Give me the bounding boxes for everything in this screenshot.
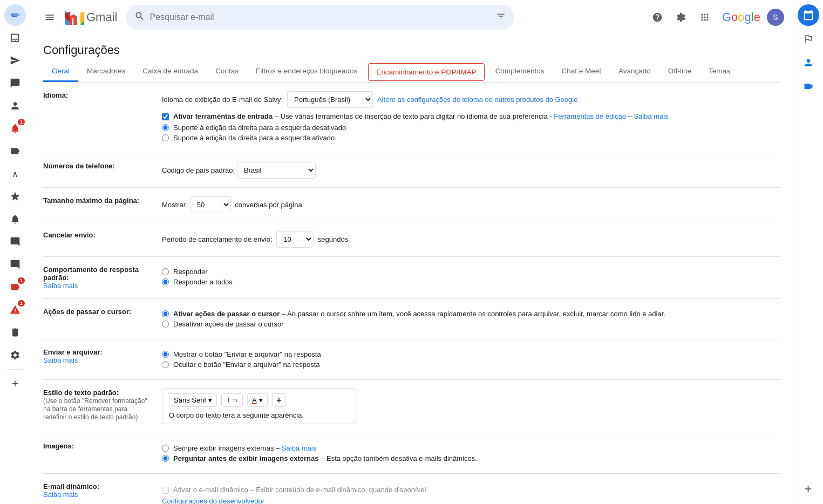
font-family-button[interactable]: Sans Serif ▾ — [169, 393, 217, 407]
display-label: Idioma de exibição do E-mail de Salvy: — [162, 96, 283, 104]
snoozed-icon[interactable] — [4, 208, 26, 230]
tamanho-label: Tamanho máximo da página: — [43, 188, 162, 222]
edit-tools-link[interactable]: Ferramentas de edição — [554, 112, 626, 120]
responder-radio[interactable] — [162, 268, 169, 275]
send-icon[interactable] — [4, 50, 26, 71]
size-chevron-icon: ↑↓ — [233, 397, 238, 403]
tab-chat[interactable]: Chat e Meet — [553, 62, 610, 82]
enviar-learn-more[interactable]: Saiba mais — [43, 356, 149, 364]
tab-caixa[interactable]: Caixa de entrada — [134, 62, 207, 82]
hamburger-button[interactable] — [39, 6, 60, 28]
contacts-icon[interactable] — [4, 95, 26, 117]
resposta-label: Comportamento de resposta padrão: Saiba … — [43, 257, 162, 299]
rtl-enabled-radio[interactable] — [162, 134, 169, 141]
search-filter-icon[interactable] — [496, 11, 506, 24]
spam-icon[interactable]: 1 — [4, 299, 26, 321]
tamanho-value: Mostrar 10 25 50 100 conversas por págin… — [162, 188, 780, 222]
important-icon[interactable]: 1 — [4, 276, 26, 298]
hide-archive-label: Ocultar o botão "Enviar e arquivar" na r… — [173, 360, 320, 369]
hide-archive-radio[interactable] — [162, 361, 169, 368]
sidebar-divider — [7, 369, 23, 370]
images-learn-more[interactable]: Saiba mais — [282, 444, 316, 452]
always-show-images-radio[interactable] — [162, 445, 169, 452]
add-apps-icon[interactable]: + — [798, 478, 819, 500]
help-button[interactable] — [647, 6, 668, 28]
starred-icon[interactable] — [4, 186, 26, 207]
telefone-label: Números de telefone: — [43, 153, 162, 188]
font-size-button[interactable]: T ↑↓ — [221, 393, 243, 407]
email-dinamico-learn-more[interactable]: Saiba mais — [43, 491, 149, 499]
cursor-disable-radio[interactable] — [162, 321, 169, 328]
resposta-value: Responder Responder a todos — [162, 257, 780, 299]
sent2-icon[interactable] — [4, 231, 26, 253]
responder-todos-row: Responder a todos — [162, 278, 771, 286]
remove-format-button[interactable]: T̶ — [272, 393, 286, 407]
ask-show-images-row: Perguntar antes de exibir imagens extern… — [162, 454, 771, 462]
learn-more-link[interactable]: Saiba mais — [634, 112, 668, 120]
chat-icon[interactable] — [4, 254, 26, 275]
tab-contas[interactable]: Contas — [207, 62, 247, 82]
enviar-value: Mostrar o botão "Enviar e arquivar" na r… — [162, 339, 780, 380]
contacts2-icon[interactable] — [798, 52, 819, 73]
tab-encaminhamento[interactable]: Encaminhamento e POP/IMAP — [368, 63, 484, 81]
settings-button[interactable] — [670, 6, 692, 28]
tab-complementos[interactable]: Complementos — [487, 62, 553, 82]
tab-temas[interactable]: Temas — [700, 62, 739, 82]
tab-filtros[interactable]: Filtros e endereços bloqueados — [247, 62, 366, 82]
tasks-icon[interactable] — [798, 28, 819, 50]
dynamic-email-checkbox[interactable] — [162, 487, 169, 494]
responder-todos-radio[interactable] — [162, 278, 169, 285]
tamanho-suffix: conversas por página — [235, 201, 302, 209]
input-tools-checkbox[interactable] — [162, 113, 169, 120]
rtl-disabled-radio[interactable] — [162, 124, 169, 131]
page-size-select[interactable]: 10 25 50 100 — [190, 196, 231, 213]
tab-geral[interactable]: Geral — [43, 62, 78, 82]
avatar[interactable]: S — [767, 9, 784, 26]
calendar-icon[interactable] — [798, 4, 819, 26]
add-label-icon[interactable]: + — [4, 373, 26, 394]
trash-icon[interactable] — [4, 322, 26, 343]
inbox-icon[interactable] — [4, 27, 26, 49]
ask-show-images-radio[interactable] — [162, 455, 169, 462]
resposta-learn-more[interactable]: Saiba mais — [43, 282, 149, 290]
cancelar-value: Período de cancelamento de envio: 5 10 2… — [162, 222, 780, 257]
dynamic-email-checkbox-row: Ativar o e-mail dinâmico – Exibir conteú… — [162, 486, 771, 494]
estilo-label: Estilo de texto padrão: (Use o botão "Re… — [43, 380, 162, 433]
notification-icon[interactable]: 1 — [4, 118, 26, 139]
dev-settings-link[interactable]: Configurações do desenvolvedor — [162, 497, 264, 504]
text-style-toolbar: Sans Serif ▾ T ↑↓ A ▾ — [169, 393, 349, 407]
cancel-period-select[interactable]: 5 10 20 30 — [276, 231, 314, 248]
country-select[interactable]: Brasil Estados Unidos — [237, 162, 316, 179]
spam-badge: 1 — [18, 300, 25, 307]
rtl-disabled-row: Suporte à edição da direita para a esque… — [162, 124, 771, 132]
font-color-button[interactable]: A ▾ — [247, 393, 268, 407]
country-label: Código de país padrão: — [162, 166, 235, 174]
language-select[interactable]: Português (Brasil) English Español — [287, 91, 373, 108]
meet-icon[interactable] — [798, 76, 819, 97]
topbar: Gmail Google S — [30, 0, 793, 35]
imagens-label: Imagens: — [43, 433, 162, 474]
telefone-value: Código de país padrão: Brasil Estados Un… — [162, 153, 780, 188]
cursor-row: Ações de passar o cursor: Ativar ações d… — [43, 299, 780, 339]
cursor-enable-radio[interactable] — [162, 310, 169, 317]
tab-marcadores[interactable]: Marcadores — [78, 62, 134, 82]
cursor-value: Ativar ações de passar o cursor – Ao pas… — [162, 299, 780, 339]
cancelar-label: Cancelar envio: — [43, 222, 162, 257]
settings-icon[interactable] — [4, 344, 26, 366]
alt-language-link[interactable]: Altere as configurações de idioma de out… — [377, 96, 577, 104]
labels-icon[interactable] — [4, 140, 26, 162]
important-badge: 1 — [18, 277, 25, 284]
show-archive-radio[interactable] — [162, 351, 169, 358]
tamanho-prefix: Mostrar — [162, 201, 186, 209]
drafts-icon[interactable] — [4, 72, 26, 94]
tamanho-row: Tamanho máximo da página: Mostrar 10 25 … — [43, 188, 780, 222]
search-input[interactable] — [149, 12, 492, 22]
resposta-row: Comportamento de resposta padrão: Saiba … — [43, 257, 780, 299]
tab-avancado[interactable]: Avançado — [610, 62, 659, 82]
chevron-up-icon[interactable]: ∧ — [4, 163, 26, 185]
apps-button[interactable] — [694, 6, 716, 28]
topbar-right: Google S — [647, 6, 784, 28]
compose-icon[interactable]: ✏ — [4, 4, 26, 26]
tab-offline[interactable]: Off-line — [659, 62, 700, 82]
cancelar-period-label: Período de cancelamento de envio: — [162, 235, 273, 243]
